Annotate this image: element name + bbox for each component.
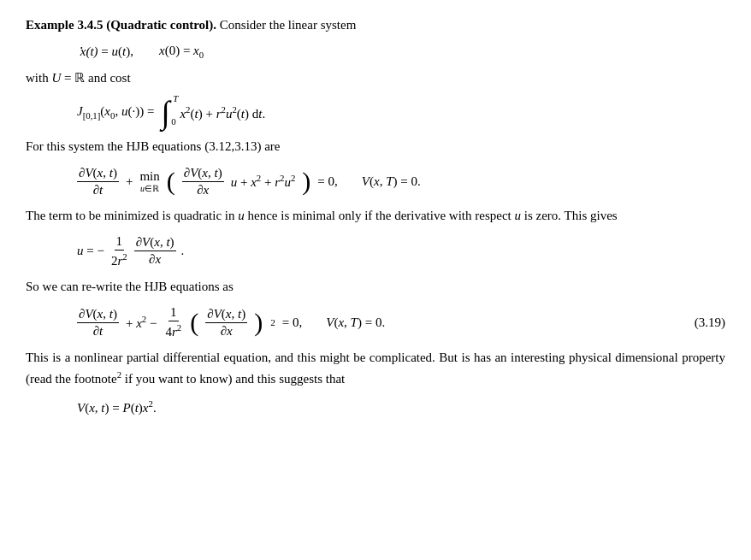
hjb-equation-1: ∂V(x, t) ∂t + min u∈ℝ ( ∂V(x, t) ∂x u + … (77, 166, 725, 197)
u-equation: u = − 1 2r2 ∂V(x, t) ∂x . (77, 234, 725, 268)
u-period: . (181, 244, 185, 258)
equation-1: x(t) = u(t), x(0) = x0 (77, 44, 725, 60)
para-5: This is a nonlinear partial differential… (26, 348, 725, 390)
right-paren-2: ) (254, 311, 263, 333)
frac-dV-dx-2: ∂V(x, t) ∂x (134, 235, 176, 267)
u-term: u + x2 + r2u2 (231, 173, 296, 190)
example-title: Example 3.4.5 (Quadratic control). Consi… (26, 15, 725, 35)
bc-2: V(x, T) = 0. (326, 315, 385, 330)
para-4: So we can re-write the HJB equations as (26, 277, 725, 297)
integrand: x2(t) + r2u2(t) dt. (180, 104, 265, 121)
integral-sign: ∫ T 0 (161, 97, 169, 129)
min-operator: min u∈ℝ (139, 169, 159, 193)
left-paren-2: ( (190, 311, 198, 333)
para-3: The term to be minimized is quadratic in… (26, 206, 725, 226)
dot-x: x (77, 44, 86, 59)
equals-zero-2: = 0, (282, 315, 302, 330)
integral-equation: J[0,1](x0, u(·)) = ∫ T 0 x2(t) + r2u2(t)… (77, 97, 725, 129)
hjb-equation-2: ∂V(x, t) ∂t + x2 − 1 4r2 ( ∂V(x, t) ∂x )… (77, 305, 660, 339)
j-lhs: J[0,1](x0, u(·)) = (77, 104, 157, 121)
frac-1-4r2: 1 4r2 (163, 305, 183, 339)
right-paren-1: ) (302, 170, 310, 192)
hjb-equation-2-row: ∂V(x, t) ∂t + x2 − 1 4r2 ( ∂V(x, t) ∂x )… (77, 305, 725, 339)
plus-x2: + x2 − (126, 314, 157, 331)
u-lhs: u = − (77, 244, 104, 258)
eq1-rhs: x(0) = x0 (159, 44, 204, 60)
squared-exp: 2 (270, 317, 275, 327)
left-paren-1: ( (167, 170, 175, 192)
v-equation: V(x, t) = P(t)x2. (77, 398, 725, 416)
plus-min: + (126, 174, 133, 189)
frac-dV-dx-1: ∂V(x, t) ∂x (182, 166, 224, 197)
v-lhs: V(x, t) = P(t)x2. (77, 398, 157, 416)
frac-dV-dt-1: ∂V(x, t) ∂t (77, 166, 119, 197)
frac-dV-dt-2: ∂V(x, t) ∂t (77, 307, 119, 339)
frac-1-2r2: 1 2r2 (109, 234, 129, 268)
para-2: For this system the HJB equations (3.12,… (26, 137, 725, 156)
frac-dV-dx-3: ∂V(x, t) ∂x (205, 307, 247, 339)
eq1-lhs: x(t) = u(t), (77, 44, 133, 59)
example-title-bold: Example 3.4.5 (Quadratic control). (26, 18, 216, 32)
example-title-text: Consider the linear system (216, 18, 356, 32)
para-1: with U = ℝ and cost (26, 68, 725, 88)
equals-zero-1: = 0, (317, 174, 337, 189)
bc-1: V(x, T) = 0. (362, 174, 421, 189)
equation-number-319: (3.19) (695, 315, 725, 330)
